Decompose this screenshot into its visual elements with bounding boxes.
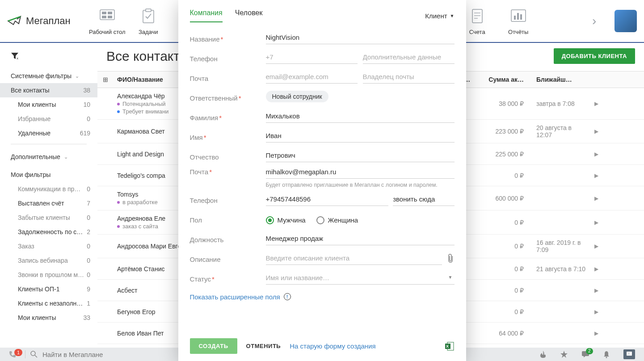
sidebar-item[interactable]: Удаленные619 [0, 126, 97, 140]
email-hint: Будет отправлено приглашение в Мегаплан … [266, 181, 455, 189]
nav-more-icon[interactable]: › [592, 8, 606, 34]
create-button[interactable]: СОЗДАТЬ [190, 338, 237, 348]
svg-rect-1 [102, 12, 106, 14]
row-arrow-icon[interactable]: ▶ [591, 124, 600, 139]
sidebar-item[interactable]: Коммуникации в пр…0 [0, 182, 97, 196]
row-arrow-icon[interactable]: ▶ [591, 191, 600, 206]
sidebar-item[interactable]: Мои клиенты10 [0, 97, 97, 112]
chevron-down-icon: ⌄ [75, 73, 79, 79]
phone-note-input[interactable] [393, 193, 454, 206]
responsible-email-input[interactable] [266, 165, 455, 179]
create-client-modal: Компания Человек Клиент ▼ Название* Теле… [178, 0, 466, 348]
sidebar-item[interactable]: Выставлен счёт7 [0, 196, 97, 210]
firstname-input[interactable] [266, 129, 455, 143]
responsible-phone-input[interactable] [266, 193, 389, 206]
sidebar-item[interactable]: Избранные0 [0, 112, 97, 126]
svg-rect-20 [520, 14, 522, 20]
sidebar-item[interactable]: Задолженность по с…2 [0, 225, 97, 239]
chevron-down-icon: ⌄ [64, 154, 68, 160]
svg-rect-5 [143, 10, 154, 23]
excel-icon[interactable]: X [445, 341, 455, 348]
desktop-icon [98, 7, 116, 25]
nav-reports[interactable]: Отчёты [498, 7, 539, 35]
status-input[interactable] [266, 271, 455, 285]
sidebar-item[interactable]: Клиенты с незаполн…1 [0, 296, 97, 311]
invoice-icon [468, 7, 486, 25]
row-arrow-icon[interactable]: ▶ [591, 261, 600, 277]
svg-rect-6 [146, 9, 151, 12]
caret-down-icon[interactable]: ▼ [448, 275, 453, 280]
svg-rect-13 [472, 9, 482, 23]
row-arrow-icon[interactable]: ▶ [591, 283, 600, 298]
sidebar-item[interactable]: Звонки в прошлом м…0 [0, 268, 97, 282]
client-type-dropdown[interactable]: Клиент ▼ [425, 12, 454, 20]
clipboard-check-icon [139, 7, 157, 25]
my-filters-header[interactable]: Мои фильтры [0, 168, 97, 182]
paperclip-icon[interactable] [446, 253, 455, 263]
sidebar-item[interactable]: Все контакты38 [0, 83, 97, 97]
expand-fields-link[interactable]: Показать расширенные поля ! [190, 293, 291, 301]
nav-desktop[interactable]: Рабочий стол [87, 7, 128, 35]
svg-rect-18 [514, 16, 516, 20]
email-owner-input[interactable] [363, 70, 455, 84]
tab-person[interactable]: Человек [235, 9, 263, 22]
paper-plane-icon [7, 13, 23, 29]
svg-text:x: x [17, 56, 18, 60]
svg-rect-2 [108, 12, 112, 14]
lastname-input[interactable] [266, 109, 455, 123]
sidebar: x Системные фильтры ⌄ Все контакты38Мои … [0, 43, 97, 348]
email-input[interactable] [266, 70, 358, 84]
description-input[interactable] [266, 252, 442, 265]
caret-down-icon: ▼ [450, 13, 455, 18]
nav-tasks[interactable]: Задачи [128, 7, 169, 35]
svg-text:X: X [446, 344, 449, 348]
svg-rect-19 [517, 13, 519, 20]
gender-male-radio[interactable]: Мужчина [266, 216, 306, 224]
filter-icon[interactable]: x [0, 48, 97, 63]
col-sum[interactable]: Сумма ак… [480, 71, 533, 88]
cancel-button[interactable]: ОТМЕНИТЬ [246, 343, 281, 348]
row-arrow-icon[interactable]: ▶ [591, 96, 600, 111]
svg-rect-3 [102, 16, 106, 18]
sidebar-item[interactable]: Заказ0 [0, 239, 97, 253]
row-arrow-icon[interactable]: ▶ [591, 304, 600, 319]
tab-company[interactable]: Компания [190, 9, 223, 22]
add-client-button[interactable]: ДОБАВИТЬ КЛИЕНТА [554, 48, 635, 64]
phone-extra-input[interactable] [363, 50, 455, 64]
row-arrow-icon[interactable]: ▶ [591, 147, 600, 162]
svg-rect-4 [108, 16, 112, 18]
row-arrow-icon[interactable]: ▶ [591, 215, 600, 230]
position-input[interactable] [266, 232, 455, 245]
patronymic-input[interactable] [266, 149, 455, 162]
user-avatar[interactable] [615, 10, 637, 32]
page-title: Все контакты [106, 49, 189, 64]
additional-filters-header[interactable]: Дополнительные ⌄ [0, 150, 97, 164]
info-icon: ! [284, 293, 291, 300]
sidebar-item[interactable]: Забытые клиенты0 [0, 210, 97, 225]
sidebar-item[interactable]: Мои клиенты33 [0, 311, 97, 325]
col-nearest[interactable]: Ближайш… [533, 71, 591, 88]
row-arrow-icon[interactable]: ▶ [591, 168, 600, 183]
gender-female-radio[interactable]: Женщина [316, 216, 358, 224]
system-filters-header[interactable]: Системные фильтры ⌄ [0, 69, 97, 83]
phone-input[interactable] [266, 50, 358, 64]
sidebar-item[interactable]: Клиенты ОП-19 [0, 282, 97, 296]
column-settings-icon[interactable]: ⊞ [97, 71, 114, 88]
chart-icon [509, 7, 527, 25]
sidebar-item[interactable]: Запись вебинара0 [0, 253, 97, 268]
responsible-chip[interactable]: Новый сотрудник [266, 91, 328, 102]
old-form-link[interactable]: На старую форму создания [290, 342, 375, 348]
logo-text: Мегаплан [26, 15, 71, 27]
row-arrow-icon[interactable]: ▶ [591, 326, 600, 341]
logo[interactable]: Мегаплан [7, 13, 71, 29]
row-arrow-icon[interactable]: ▶ [591, 239, 600, 254]
company-name-input[interactable] [266, 31, 455, 44]
